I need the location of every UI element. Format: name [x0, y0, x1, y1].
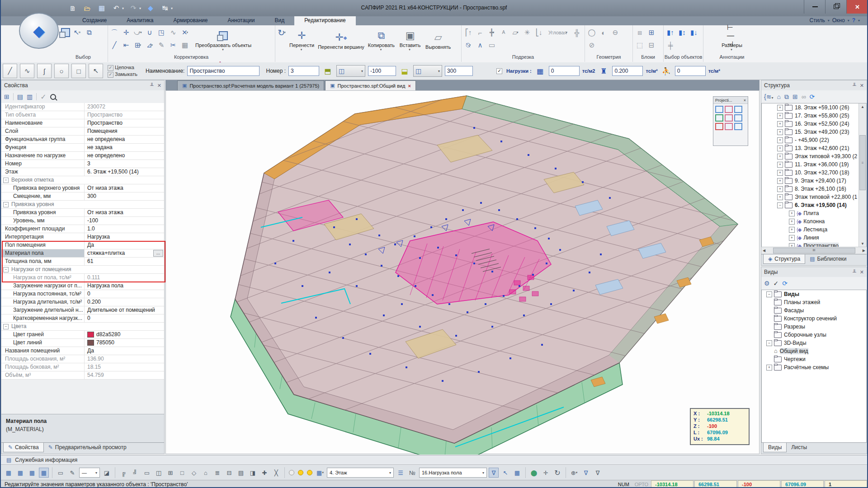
snap-list-icon[interactable]: ▤ — [236, 468, 246, 478]
light-on-icon[interactable] — [298, 470, 303, 475]
tree-item[interactable]: + Колонна — [762, 217, 866, 225]
top-anchor-combo[interactable]: ◫▾ — [413, 65, 442, 77]
close-button[interactable]: ✕ — [846, 0, 868, 14]
workplane-4-icon[interactable]: ▦ — [39, 468, 49, 478]
filter-mode-icon[interactable]: {≋▾ — [764, 93, 773, 100]
select-cursor-icon[interactable]: ↖✳ — [71, 26, 83, 39]
corner-trim-button[interactable]: Угловая▾ — [545, 26, 571, 39]
properties-table-icon[interactable]: ▦ — [179, 39, 191, 52]
select-down-icon[interactable]: ▮↓ — [688, 26, 700, 39]
trim-wall-down-icon[interactable]: ⎣↓ — [533, 26, 545, 39]
snap-plus-icon[interactable]: ✚ — [259, 468, 269, 478]
tree-item[interactable]: + - +45,900 (22) — [762, 136, 866, 144]
roof-trim-icon[interactable]: ∧ — [474, 39, 486, 52]
vertical-scrollbar[interactable]: ▲ ≡ ▼ — [859, 103, 866, 247]
property-row[interactable]: Коэффициент площади 1.0 — [1, 225, 164, 233]
scroll-up-icon[interactable]: ▲ — [859, 103, 866, 110]
property-row[interactable]: Пол помещения Да — [1, 241, 164, 249]
union-icon[interactable]: ◯ — [586, 26, 598, 39]
property-row[interactable]: Уровень, мм -100 — [1, 217, 164, 225]
snap-edge-icon[interactable]: ▭ — [142, 468, 152, 478]
expander-icon[interactable]: + — [777, 137, 783, 143]
tree-item[interactable]: Общий вид — [762, 347, 866, 355]
array-icon[interactable]: ⊞▾ — [132, 39, 144, 52]
pencil-tool-icon[interactable]: ✎ — [67, 468, 77, 478]
ribbon-tab[interactable]: Аннотации — [217, 16, 264, 25]
expander-icon[interactable]: + — [777, 178, 783, 184]
paste-button[interactable]: ▣Вставить▾ — [396, 26, 424, 54]
expand-groups-icon[interactable]: ⊞ — [4, 93, 9, 100]
eyedropper-icon[interactable]: ✎ — [156, 39, 167, 52]
workplane-1-icon[interactable]: ▦ — [4, 468, 14, 478]
break-icon[interactable]: ╱ — [108, 39, 120, 52]
align-button[interactable]: ▱Выровнять — [424, 26, 453, 54]
close-panel-icon[interactable]: ✕ — [157, 83, 161, 89]
expander-icon[interactable]: − — [766, 340, 772, 346]
snap-grid-icon[interactable]: ⊞ — [165, 468, 175, 478]
projections-close-icon[interactable]: × — [744, 98, 746, 103]
maximize-button[interactable] — [825, 0, 847, 14]
scrollbar-thumb[interactable]: ≡ — [859, 135, 866, 190]
redo-icon[interactable]: ↷ — [128, 4, 138, 12]
tree-item[interactable]: Разрезы — [762, 323, 866, 331]
select-filter-icon[interactable]: ↖ — [500, 468, 510, 478]
projection-icon[interactable] — [734, 114, 742, 122]
snap-diamond-icon[interactable]: ◇ — [189, 468, 199, 478]
floor-combo[interactable]: 4. Этаж▾ — [327, 468, 394, 478]
property-row[interactable]: Цвет линий 785050 — [1, 339, 164, 347]
expander-icon[interactable]: + — [789, 219, 795, 225]
undo-icon[interactable]: ↶ — [111, 4, 121, 12]
minimize-button[interactable] — [804, 0, 826, 14]
projection-icon[interactable] — [725, 114, 733, 122]
pan-icon[interactable]: ✛ — [541, 468, 551, 478]
loads-checkbox[interactable]: ✓ — [496, 68, 502, 74]
ruler-icon[interactable]: ↹ — [160, 4, 170, 12]
tree-item[interactable]: + 16. Этаж +52,500 (24) — [762, 120, 866, 128]
projection-icon[interactable] — [725, 123, 733, 130]
horizontal-scrollbar[interactable]: ◀ lll ▶ — [761, 247, 867, 254]
projection-icon[interactable] — [715, 106, 723, 113]
rotate-icon[interactable]: ↻▾ — [276, 26, 288, 39]
ribbon-tab[interactable]: Аналитика — [117, 16, 163, 25]
list-icon[interactable]: ☰ — [396, 468, 406, 478]
tab-structure[interactable]: ◈Структура — [763, 254, 805, 264]
layer-grid-icon[interactable]: ▦▾ — [315, 468, 325, 478]
block-edit-icon[interactable]: ⬚ — [634, 39, 646, 52]
scroll-left-icon[interactable]: ◀ — [763, 249, 765, 253]
draw-select-tool[interactable]: ↖ — [89, 64, 103, 78]
light-off-icon[interactable] — [289, 470, 294, 475]
filter-table-icon[interactable]: ∇ — [489, 468, 499, 478]
level-offset-input[interactable] — [368, 66, 396, 76]
light-on2-icon[interactable] — [307, 470, 312, 475]
transform-objects-button[interactable]: Преобразовать объекты▾ — [193, 26, 253, 54]
tab-preview[interactable]: ✎Предварительный просмотр — [44, 443, 131, 452]
property-row[interactable]: − Нагрузки от помещения — [1, 266, 164, 274]
draw-polyline-tool[interactable]: ∿ — [20, 64, 34, 78]
snap-remove-icon[interactable]: ⊟ — [224, 468, 234, 478]
save-icon[interactable]: ▦ — [97, 4, 107, 12]
snap-cross-icon[interactable]: ╳ — [271, 468, 281, 478]
refresh-icon[interactable]: ⟳ — [810, 93, 815, 100]
property-row[interactable]: Нагрузка длительная, тс/м² 0.200 — [1, 298, 164, 306]
sketch-lines-icon[interactable]: ∿ — [167, 26, 179, 39]
delete-icon[interactable]: ✕▾ — [179, 26, 191, 39]
property-row[interactable]: Функциональная группа не определена — [1, 136, 164, 144]
property-row[interactable]: Смещение, мм 300 — [1, 192, 164, 201]
snap-object-icon[interactable]: ⌂ — [201, 468, 211, 478]
tree-item[interactable]: + 17. Этаж +55,800 (25) — [762, 112, 866, 120]
numbering-icon[interactable]: № — [407, 468, 417, 478]
mirror-icon[interactable]: ⊿▾ — [144, 39, 156, 52]
load-case-combo[interactable]: 16.Нагрузка пола▾ — [419, 468, 487, 478]
tree-item[interactable]: − Виды — [762, 290, 866, 298]
trim-cross-icon[interactable]: ╋▾ — [486, 26, 498, 39]
chain-checkbox[interactable]: ✓ — [108, 65, 113, 71]
trim-wall-up-icon[interactable]: ⎡↑ — [462, 26, 474, 39]
scroll-right-icon[interactable]: ▶ — [863, 249, 865, 253]
draw-rect-tool[interactable]: □ — [71, 64, 86, 78]
tree-item[interactable]: + Этаж типовой +39,300 (2 — [762, 152, 866, 160]
orbit-icon[interactable]: ↻ — [552, 468, 562, 478]
group-expander-icon[interactable]: − — [3, 324, 9, 329]
add-node-icon[interactable]: ⊞ — [793, 93, 798, 100]
expander-icon[interactable]: + — [777, 162, 783, 168]
group-expander-icon[interactable]: − — [3, 202, 9, 207]
